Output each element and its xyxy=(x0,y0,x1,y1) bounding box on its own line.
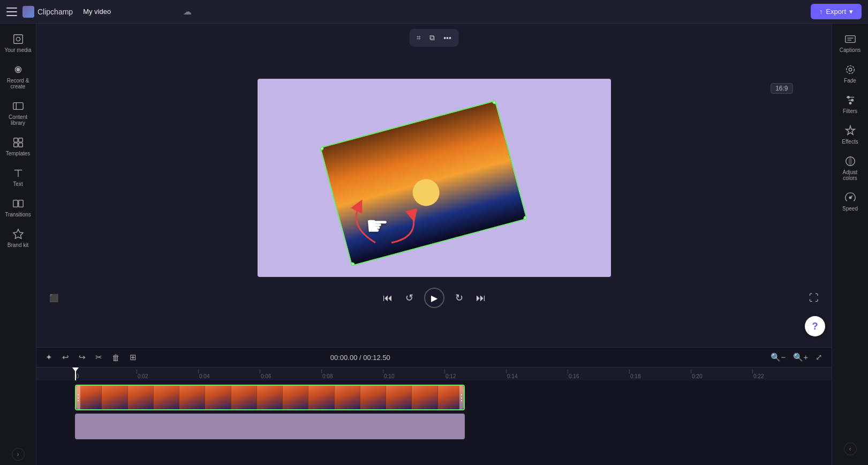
track-frame-8 xyxy=(257,386,283,409)
ruler-tick-0: 0 xyxy=(75,369,137,379)
right-sidebar-item-speed[interactable]: Speed xyxy=(834,186,867,217)
svg-rect-13 xyxy=(18,200,22,207)
audio-track-clip[interactable] xyxy=(75,414,465,439)
rewind-5s-button[interactable]: ↺ xyxy=(403,290,416,306)
center-area: ⌗ ⧉ ••• xyxy=(36,24,832,465)
svg-point-24 xyxy=(851,99,853,101)
zoom-in-button[interactable]: 🔍+ xyxy=(790,351,811,364)
skip-back-button[interactable]: ⏮ xyxy=(381,290,395,306)
sidebar-item-text[interactable]: Text xyxy=(2,162,35,192)
canvas-toolbar: ⌗ ⧉ ••• xyxy=(409,29,459,47)
track-frame-10 xyxy=(308,386,334,409)
aspect-ratio-badge[interactable]: 16:9 xyxy=(771,83,792,94)
right-sidebar-item-filters[interactable]: Filters xyxy=(834,89,867,119)
undo-button[interactable]: ↩ xyxy=(59,351,72,364)
svg-rect-12 xyxy=(13,200,17,207)
track-frame-4 xyxy=(154,386,179,409)
export-chevron-icon: ▾ xyxy=(849,8,853,16)
right-sidebar: Captions Fade Filters Effects xyxy=(832,24,868,465)
forward-5s-button[interactable]: ↻ xyxy=(453,290,465,306)
timeline-ruler: 0 0:02 0:04 0:06 xyxy=(36,368,832,380)
ruler-tick-1: 0:02 xyxy=(137,369,198,379)
track-frame-14 xyxy=(412,386,437,409)
topbar-right: ↑ Export ▾ xyxy=(811,4,862,19)
canvas: ☛ 16:9 xyxy=(258,79,611,277)
right-sidebar-item-captions[interactable]: Captions xyxy=(834,28,867,58)
right-sidebar-item-fade[interactable]: Fade xyxy=(834,58,867,89)
redo-button[interactable]: ↪ xyxy=(76,351,88,364)
timeline-tracks: ⋮ xyxy=(36,380,832,444)
track-frame-5 xyxy=(179,386,205,409)
clip-left-handle[interactable]: ⋮ xyxy=(76,386,80,409)
svg-rect-9 xyxy=(18,143,22,147)
svg-rect-8 xyxy=(13,143,17,147)
track-frame-7 xyxy=(231,386,257,409)
logo-area[interactable]: Clipchamp xyxy=(22,6,73,18)
video-track-clip[interactable]: ⋮ xyxy=(75,385,465,410)
split-button[interactable]: ✂ xyxy=(93,351,105,364)
menu-button[interactable] xyxy=(6,8,17,16)
right-sidebar-item-effects[interactable]: Effects xyxy=(834,119,867,150)
track-frame-3 xyxy=(128,386,154,409)
fullscreen-button[interactable]: ⛶ xyxy=(807,290,821,306)
svg-rect-15 xyxy=(845,36,855,43)
sidebar-expand-button[interactable]: › xyxy=(12,448,25,461)
sidebar-item-content-library[interactable]: Content library xyxy=(2,95,35,131)
delete-button[interactable]: 🗑 xyxy=(109,351,123,364)
ruler-ticks: 0 0:02 0:04 0:06 xyxy=(36,369,814,379)
add-media-button[interactable]: ⊞ xyxy=(127,351,139,364)
sidebar-item-brand-kit[interactable]: Brand kit xyxy=(2,223,35,253)
svg-point-18 xyxy=(846,66,854,74)
ruler-tick-10: 0:20 xyxy=(691,369,752,379)
svg-point-25 xyxy=(849,102,851,104)
timeline-time-display: 00:00.00 / 00:12.50 xyxy=(330,354,390,362)
svg-point-23 xyxy=(847,96,849,99)
crop-button[interactable]: ⌗ xyxy=(413,31,424,44)
pip-button[interactable]: ⧉ xyxy=(426,31,438,44)
right-sidebar-collapse-button[interactable]: ‹ xyxy=(844,442,857,455)
clip-right-handle[interactable]: ⋮ xyxy=(459,386,464,409)
fit-timeline-button[interactable]: ⤢ xyxy=(813,351,825,364)
zoom-out-button[interactable]: 🔍− xyxy=(768,351,788,364)
cloud-save-icon[interactable]: ☁ xyxy=(183,6,192,17)
rotation-handle[interactable] xyxy=(439,250,447,258)
ruler-tick-7: 0:14 xyxy=(506,369,568,379)
left-sidebar: Your media Record & create Content libra… xyxy=(0,24,36,465)
sidebar-item-templates[interactable]: Templates xyxy=(2,131,35,162)
timeline-area: ✦ ↩ ↪ ✂ 🗑 ⊞ 00:00.00 / 00:12.50 🔍− 🔍+ ⤢ xyxy=(36,347,832,465)
help-button[interactable]: ? xyxy=(805,316,825,336)
video-title-input[interactable] xyxy=(78,5,178,18)
topbar-left: Clipchamp ☁ xyxy=(6,5,192,18)
video-clip[interactable] xyxy=(320,100,527,266)
ruler-tick-5: 0:10 xyxy=(383,369,444,379)
track-frame-9 xyxy=(283,386,308,409)
sidebar-item-record-create[interactable]: Record & create xyxy=(2,58,35,95)
audio-track-row xyxy=(75,414,832,439)
play-pause-button[interactable]: ▶ xyxy=(424,288,444,308)
captions-toggle-button[interactable]: ⬛ xyxy=(47,291,61,304)
track-frame-11 xyxy=(335,386,360,409)
svg-rect-4 xyxy=(13,103,22,110)
playback-controls: ⬛ ⏮ ↺ ▶ ↻ ⏭ ⛶ xyxy=(36,282,832,313)
select-tool-button[interactable]: ✦ xyxy=(43,351,55,364)
more-options-button[interactable]: ••• xyxy=(440,32,455,44)
sidebar-item-your-media[interactable]: Your media xyxy=(2,28,35,58)
ruler-tick-9: 0:18 xyxy=(629,369,691,379)
preview-area: ⌗ ⧉ ••• xyxy=(36,24,832,347)
playhead[interactable] xyxy=(75,368,76,380)
export-button[interactable]: ↑ Export ▾ xyxy=(811,4,862,19)
video-sun-decoration xyxy=(410,176,442,209)
playhead-marker xyxy=(72,368,79,372)
track-frame-12 xyxy=(360,386,386,409)
app-name: Clipchamp xyxy=(37,8,73,16)
skip-forward-button[interactable]: ⏭ xyxy=(474,290,488,306)
video-track-row: ⋮ xyxy=(75,385,832,410)
sidebar-item-transitions[interactable]: Transitions xyxy=(2,192,35,223)
track-frame-13 xyxy=(386,386,412,409)
right-sidebar-item-adjust-colors[interactable]: Adjust colors xyxy=(834,150,867,186)
export-icon: ↑ xyxy=(819,8,823,16)
track-frame-2 xyxy=(102,386,127,409)
svg-point-28 xyxy=(849,197,851,199)
timeline-content[interactable]: 0 0:02 0:04 0:06 xyxy=(36,368,832,465)
timeline-zoom-controls: 🔍− 🔍+ ⤢ xyxy=(768,351,825,364)
